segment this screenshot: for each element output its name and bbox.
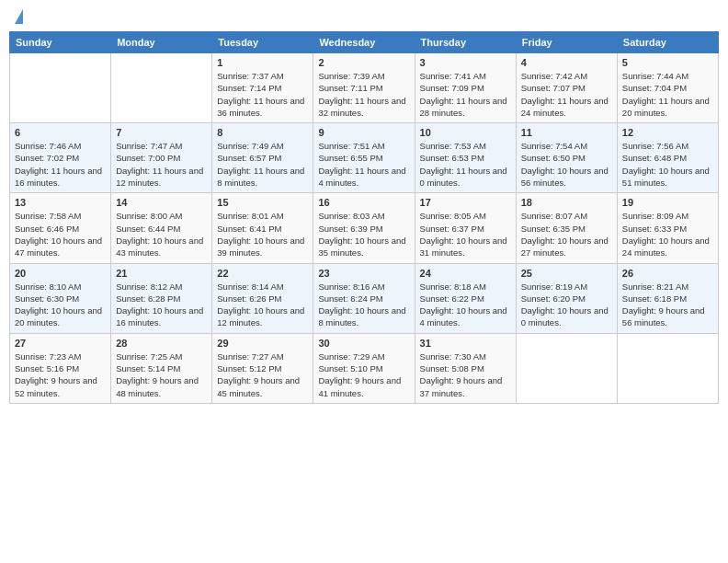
day-detail: Sunrise: 8:14 AM Sunset: 6:26 PM Dayligh… <box>217 281 308 329</box>
day-detail: Sunrise: 7:46 AM Sunset: 7:02 PM Dayligh… <box>15 140 106 189</box>
calendar-day-cell: 8Sunrise: 7:49 AM Sunset: 6:57 PM Daylig… <box>212 123 313 193</box>
calendar-day-cell: 16Sunrise: 8:03 AM Sunset: 6:39 PM Dayli… <box>313 193 415 263</box>
calendar-day-cell: 11Sunrise: 7:54 AM Sunset: 6:50 PM Dayli… <box>516 123 617 193</box>
calendar-day-cell: 14Sunrise: 8:00 AM Sunset: 6:44 PM Dayli… <box>111 193 212 263</box>
calendar-day-cell: 3Sunrise: 7:41 AM Sunset: 7:09 PM Daylig… <box>415 53 516 123</box>
calendar-day-cell: 26Sunrise: 8:21 AM Sunset: 6:18 PM Dayli… <box>617 263 718 333</box>
day-number: 20 <box>15 268 106 279</box>
calendar-day-cell: 13Sunrise: 7:58 AM Sunset: 6:46 PM Dayli… <box>10 193 111 263</box>
day-detail: Sunrise: 7:51 AM Sunset: 6:55 PM Dayligh… <box>318 140 409 189</box>
day-number: 21 <box>116 268 207 279</box>
day-number: 29 <box>217 338 308 349</box>
calendar-day-cell: 28Sunrise: 7:25 AM Sunset: 5:14 PM Dayli… <box>111 333 212 403</box>
day-number: 9 <box>318 127 409 138</box>
day-number: 6 <box>15 127 106 138</box>
day-detail: Sunrise: 8:18 AM Sunset: 6:22 PM Dayligh… <box>420 281 511 329</box>
day-number: 22 <box>217 268 308 279</box>
calendar-week-row: 1Sunrise: 7:37 AM Sunset: 7:14 PM Daylig… <box>10 53 719 123</box>
day-detail: Sunrise: 7:54 AM Sunset: 6:50 PM Dayligh… <box>521 140 612 189</box>
calendar-day-cell: 7Sunrise: 7:47 AM Sunset: 7:00 PM Daylig… <box>111 123 212 193</box>
calendar-day-cell: 30Sunrise: 7:29 AM Sunset: 5:10 PM Dayli… <box>313 333 415 403</box>
day-detail: Sunrise: 7:25 AM Sunset: 5:14 PM Dayligh… <box>116 350 207 399</box>
calendar-day-cell: 5Sunrise: 7:44 AM Sunset: 7:04 PM Daylig… <box>617 53 718 123</box>
day-detail: Sunrise: 8:00 AM Sunset: 6:44 PM Dayligh… <box>116 210 207 259</box>
calendar-day-cell: 2Sunrise: 7:39 AM Sunset: 7:11 PM Daylig… <box>313 53 415 123</box>
calendar-day-cell: 4Sunrise: 7:42 AM Sunset: 7:07 PM Daylig… <box>516 53 617 123</box>
calendar-day-cell: 1Sunrise: 7:37 AM Sunset: 7:14 PM Daylig… <box>212 53 313 123</box>
day-number: 10 <box>420 127 511 138</box>
day-number: 12 <box>622 127 713 138</box>
calendar-day-cell: 21Sunrise: 8:12 AM Sunset: 6:28 PM Dayli… <box>111 263 212 333</box>
calendar-week-row: 6Sunrise: 7:46 AM Sunset: 7:02 PM Daylig… <box>10 123 719 193</box>
calendar-week-row: 27Sunrise: 7:23 AM Sunset: 5:16 PM Dayli… <box>10 333 719 403</box>
weekday-header: Sunday <box>10 32 111 53</box>
day-detail: Sunrise: 8:16 AM Sunset: 6:24 PM Dayligh… <box>318 281 409 329</box>
calendar-day-cell: 15Sunrise: 8:01 AM Sunset: 6:41 PM Dayli… <box>212 193 313 263</box>
day-detail: Sunrise: 8:10 AM Sunset: 6:30 PM Dayligh… <box>15 281 106 329</box>
day-number: 8 <box>217 127 308 138</box>
calendar-day-cell: 6Sunrise: 7:46 AM Sunset: 7:02 PM Daylig… <box>10 123 111 193</box>
day-detail: Sunrise: 8:09 AM Sunset: 6:33 PM Dayligh… <box>622 210 713 259</box>
calendar-day-cell <box>111 53 212 123</box>
weekday-header: Monday <box>111 32 212 53</box>
calendar-week-row: 13Sunrise: 7:58 AM Sunset: 6:46 PM Dayli… <box>10 193 719 263</box>
calendar-day-cell: 25Sunrise: 8:19 AM Sunset: 6:20 PM Dayli… <box>516 263 617 333</box>
day-number: 17 <box>420 197 511 208</box>
day-number: 19 <box>622 197 713 208</box>
calendar-day-cell: 24Sunrise: 8:18 AM Sunset: 6:22 PM Dayli… <box>415 263 516 333</box>
day-detail: Sunrise: 7:29 AM Sunset: 5:10 PM Dayligh… <box>318 350 409 399</box>
day-detail: Sunrise: 7:53 AM Sunset: 6:53 PM Dayligh… <box>420 140 511 189</box>
day-detail: Sunrise: 8:07 AM Sunset: 6:35 PM Dayligh… <box>521 210 612 259</box>
calendar-day-cell: 19Sunrise: 8:09 AM Sunset: 6:33 PM Dayli… <box>617 193 718 263</box>
day-detail: Sunrise: 8:01 AM Sunset: 6:41 PM Dayligh… <box>217 210 308 259</box>
page-header <box>9 9 719 24</box>
calendar-day-cell: 18Sunrise: 8:07 AM Sunset: 6:35 PM Dayli… <box>516 193 617 263</box>
calendar-day-cell: 20Sunrise: 8:10 AM Sunset: 6:30 PM Dayli… <box>10 263 111 333</box>
day-detail: Sunrise: 7:47 AM Sunset: 7:00 PM Dayligh… <box>116 140 207 189</box>
day-number: 2 <box>318 57 409 68</box>
day-number: 7 <box>116 127 207 138</box>
calendar-day-cell: 29Sunrise: 7:27 AM Sunset: 5:12 PM Dayli… <box>212 333 313 403</box>
calendar-day-cell <box>10 53 111 123</box>
day-detail: Sunrise: 7:58 AM Sunset: 6:46 PM Dayligh… <box>15 210 106 259</box>
weekday-header: Friday <box>516 32 617 53</box>
day-detail: Sunrise: 7:41 AM Sunset: 7:09 PM Dayligh… <box>420 70 511 119</box>
calendar-day-cell <box>516 333 617 403</box>
day-detail: Sunrise: 7:49 AM Sunset: 6:57 PM Dayligh… <box>217 140 308 189</box>
weekday-header: Thursday <box>415 32 516 53</box>
day-detail: Sunrise: 8:19 AM Sunset: 6:20 PM Dayligh… <box>521 281 612 329</box>
calendar-day-cell: 10Sunrise: 7:53 AM Sunset: 6:53 PM Dayli… <box>415 123 516 193</box>
day-number: 15 <box>217 197 308 208</box>
calendar-week-row: 20Sunrise: 8:10 AM Sunset: 6:30 PM Dayli… <box>10 263 719 333</box>
day-detail: Sunrise: 7:23 AM Sunset: 5:16 PM Dayligh… <box>15 350 106 399</box>
day-number: 23 <box>318 268 409 279</box>
weekday-header: Wednesday <box>313 32 415 53</box>
calendar-day-cell: 23Sunrise: 8:16 AM Sunset: 6:24 PM Dayli… <box>313 263 415 333</box>
day-number: 31 <box>420 338 511 349</box>
calendar-day-cell: 17Sunrise: 8:05 AM Sunset: 6:37 PM Dayli… <box>415 193 516 263</box>
day-number: 24 <box>420 268 511 279</box>
calendar-day-cell: 9Sunrise: 7:51 AM Sunset: 6:55 PM Daylig… <box>313 123 415 193</box>
day-detail: Sunrise: 7:42 AM Sunset: 7:07 PM Dayligh… <box>521 70 612 119</box>
calendar-table: SundayMondayTuesdayWednesdayThursdayFrid… <box>9 31 719 404</box>
calendar-body: 1Sunrise: 7:37 AM Sunset: 7:14 PM Daylig… <box>10 53 719 404</box>
day-detail: Sunrise: 7:37 AM Sunset: 7:14 PM Dayligh… <box>217 70 308 119</box>
day-detail: Sunrise: 7:30 AM Sunset: 5:08 PM Dayligh… <box>420 350 511 399</box>
calendar-day-cell: 22Sunrise: 8:14 AM Sunset: 6:26 PM Dayli… <box>212 263 313 333</box>
day-number: 3 <box>420 57 511 68</box>
day-detail: Sunrise: 8:03 AM Sunset: 6:39 PM Dayligh… <box>318 210 409 259</box>
calendar-header: SundayMondayTuesdayWednesdayThursdayFrid… <box>10 32 719 53</box>
day-detail: Sunrise: 7:27 AM Sunset: 5:12 PM Dayligh… <box>217 350 308 399</box>
day-detail: Sunrise: 7:56 AM Sunset: 6:48 PM Dayligh… <box>622 140 713 189</box>
day-number: 1 <box>217 57 308 68</box>
day-number: 5 <box>622 57 713 68</box>
calendar-day-cell <box>617 333 718 403</box>
logo <box>13 9 23 24</box>
day-number: 25 <box>521 268 612 279</box>
day-number: 16 <box>318 197 409 208</box>
calendar-day-cell: 27Sunrise: 7:23 AM Sunset: 5:16 PM Dayli… <box>10 333 111 403</box>
day-number: 28 <box>116 338 207 349</box>
day-number: 26 <box>622 268 713 279</box>
day-detail: Sunrise: 7:39 AM Sunset: 7:11 PM Dayligh… <box>318 70 409 119</box>
day-number: 18 <box>521 197 612 208</box>
